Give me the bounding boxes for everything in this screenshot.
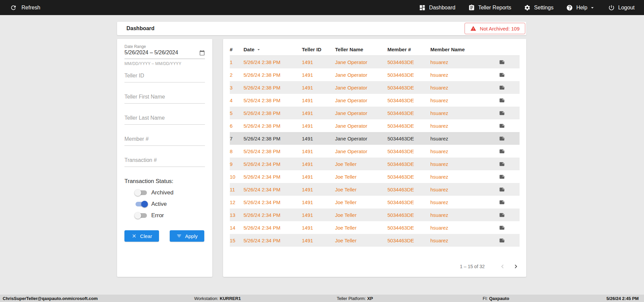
- cell-member-name: hsuarez: [430, 187, 499, 192]
- toggle-row-active: Active: [124, 199, 205, 209]
- column-header-num: #: [230, 47, 244, 52]
- calendar-icon[interactable]: [199, 50, 205, 56]
- cell-member-name: hsuarez: [430, 225, 499, 231]
- cell-teller-name: Joe Teller: [335, 187, 387, 192]
- cell-row-number: 11: [230, 187, 244, 192]
- chevron-down-icon: [589, 5, 595, 11]
- cell-teller-id: 1491: [302, 85, 335, 90]
- note-icon[interactable]: [499, 238, 505, 243]
- cell-date: 5/26/24 2:34 PM: [244, 238, 302, 243]
- member-number-input[interactable]: [124, 135, 205, 146]
- table-row[interactable]: 15 5/26/24 2:34 PM 1491 Joe Teller 50344…: [230, 234, 520, 247]
- toggle-list: ArchivedActiveError: [124, 188, 205, 220]
- cell-row-number: 8: [230, 148, 244, 154]
- table-row[interactable]: 14 5/26/24 2:34 PM 1491 Joe Teller 50344…: [230, 221, 520, 234]
- teller-id-input[interactable]: [124, 71, 205, 82]
- note-icon[interactable]: [499, 199, 505, 205]
- cell-teller-name: Jane Operator: [335, 72, 387, 78]
- logout-icon: [608, 4, 615, 11]
- note-icon[interactable]: [499, 136, 505, 141]
- column-header-teller-name: Teller Name: [335, 47, 387, 52]
- teller-first-name-input[interactable]: [124, 93, 205, 104]
- next-page-icon[interactable]: [512, 263, 520, 270]
- note-icon[interactable]: [499, 161, 505, 167]
- cell-date: 5/26/24 2:34 PM: [244, 199, 302, 205]
- previous-page-icon[interactable]: [499, 263, 506, 270]
- cell-date: 5/26/24 2:38 PM: [244, 110, 302, 116]
- cell-member-name: hsuarez: [430, 212, 499, 218]
- nav-help[interactable]: Help: [566, 4, 595, 11]
- cell-row-number: 9: [230, 161, 244, 167]
- nav-logout[interactable]: Logout: [608, 4, 635, 11]
- table-row[interactable]: 12 5/26/24 2:34 PM 1491 Joe Teller 50344…: [230, 196, 520, 208]
- note-icon[interactable]: [499, 85, 505, 90]
- table-row[interactable]: 1 5/26/24 2:38 PM 1491 Jane Operator 503…: [230, 56, 520, 68]
- cell-teller-name: Jane Operator: [335, 148, 387, 154]
- table-row[interactable]: 3 5/26/24 2:38 PM 1491 Jane Operator 503…: [230, 81, 520, 94]
- column-header-date[interactable]: Date: [244, 47, 302, 52]
- error-toggle[interactable]: [136, 213, 147, 218]
- nav-dashboard[interactable]: Dashboard: [419, 4, 455, 11]
- error-toggle-label: Error: [151, 212, 164, 219]
- active-toggle[interactable]: [136, 202, 147, 206]
- table-row[interactable]: 8 5/26/24 2:38 PM 1491 Jane Operator 503…: [230, 145, 520, 158]
- cell-date: 5/26/24 2:38 PM: [244, 85, 302, 90]
- table-header-row: # Date Teller ID Teller Name Member # Me…: [230, 44, 520, 56]
- cell-row-number: 4: [230, 98, 244, 103]
- cell-teller-id: 1491: [302, 187, 335, 192]
- clear-button[interactable]: Clear: [124, 230, 159, 242]
- table-row[interactable]: 5 5/26/24 2:38 PM 1491 Jane Operator 503…: [230, 107, 520, 119]
- cell-row-number: 6: [230, 123, 244, 129]
- note-icon[interactable]: [499, 187, 505, 192]
- cell-member-number: 5034463DE: [387, 187, 430, 192]
- cell-teller-name: Joe Teller: [335, 225, 387, 231]
- cell-teller-id: 1491: [302, 136, 335, 141]
- refresh-button[interactable]: Refresh: [10, 4, 40, 11]
- table-row[interactable]: 10 5/26/24 2:34 PM 1491 Joe Teller 50344…: [230, 170, 520, 183]
- note-icon[interactable]: [499, 98, 505, 103]
- transactions-table: # Date Teller ID Teller Name Member # Me…: [223, 39, 526, 277]
- cell-teller-id: 1491: [302, 174, 335, 180]
- note-icon[interactable]: [499, 59, 505, 65]
- note-icon[interactable]: [499, 174, 505, 180]
- note-icon[interactable]: [499, 123, 505, 129]
- archived-toggle-label: Archived: [151, 189, 173, 196]
- cell-member-number: 5034463DE: [387, 136, 430, 141]
- date-range-field[interactable]: 5/26/2024 – 5/26/2024: [124, 50, 205, 59]
- note-icon[interactable]: [499, 110, 505, 116]
- table-row[interactable]: 13 5/26/24 2:34 PM 1491 Joe Teller 50344…: [230, 208, 520, 221]
- cell-row-number: 12: [230, 199, 244, 205]
- apply-button[interactable]: Apply: [170, 230, 204, 242]
- cell-teller-name: Jane Operator: [335, 123, 387, 129]
- table-row[interactable]: 7 5/26/24 2:38 PM 1491 Jane Operator 503…: [230, 132, 520, 145]
- cell-row-number: 2: [230, 72, 244, 78]
- archived-toggle[interactable]: [136, 190, 147, 195]
- cell-teller-id: 1491: [302, 98, 335, 103]
- refresh-icon: [10, 4, 17, 11]
- transaction-number-input[interactable]: [124, 156, 205, 167]
- filter-panel: Date Range 5/26/2024 – 5/26/2024 MM/DD/Y…: [117, 39, 212, 277]
- note-icon[interactable]: [499, 72, 505, 78]
- teller-last-name-input[interactable]: [124, 114, 205, 125]
- table-row[interactable]: 2 5/26/24 2:38 PM 1491 Jane Operator 503…: [230, 68, 520, 81]
- cell-date: 5/26/24 2:34 PM: [244, 161, 302, 167]
- note-icon[interactable]: [499, 225, 505, 231]
- cell-row-number: 10: [230, 174, 244, 180]
- note-icon[interactable]: [499, 148, 505, 154]
- active-toggle-label: Active: [151, 201, 167, 207]
- note-icon[interactable]: [499, 212, 505, 218]
- nav-teller-reports[interactable]: Teller Reports: [468, 4, 512, 11]
- cell-member-name: hsuarez: [430, 148, 499, 154]
- table-row[interactable]: 6 5/26/24 2:38 PM 1491 Jane Operator 503…: [230, 119, 520, 132]
- nav-settings[interactable]: Settings: [524, 4, 553, 11]
- table-row[interactable]: 11 5/26/24 2:34 PM 1491 Joe Teller 50344…: [230, 183, 520, 196]
- topbar: Refresh Dashboard Teller Reports Setting…: [0, 0, 644, 15]
- cell-teller-name: Jane Operator: [335, 85, 387, 90]
- cell-member-name: hsuarez: [430, 238, 499, 243]
- table-row[interactable]: 9 5/26/24 2:34 PM 1491 Joe Teller 503446…: [230, 158, 520, 170]
- filter-icon: [176, 233, 182, 239]
- table-row[interactable]: 4 5/26/24 2:38 PM 1491 Jane Operator 503…: [230, 94, 520, 107]
- not-archived-badge[interactable]: Not Archived: 109: [465, 23, 525, 34]
- cell-member-name: hsuarez: [430, 136, 499, 141]
- cell-teller-name: Jane Operator: [335, 110, 387, 116]
